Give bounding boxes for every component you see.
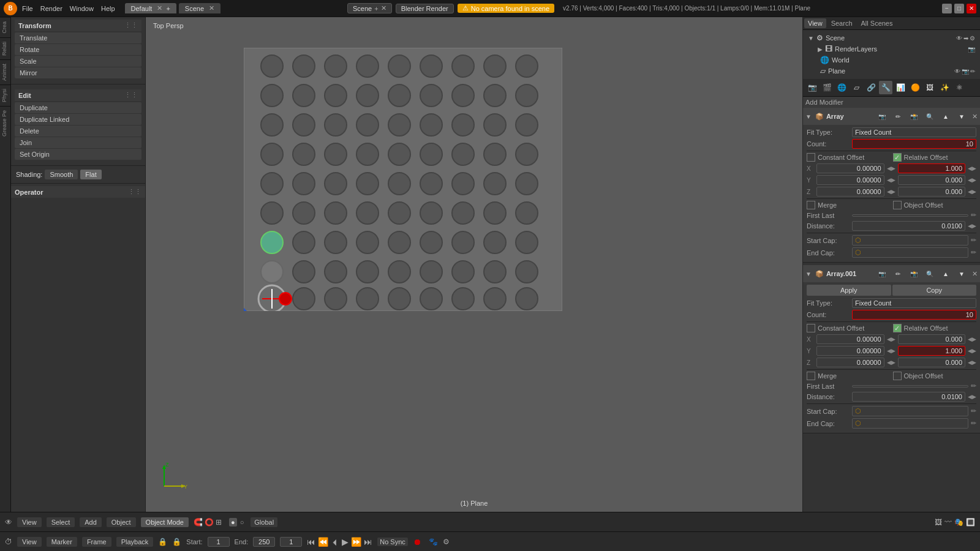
tree-plane[interactable]: ▱ Plane 👁 📷 ✏ bbox=[815, 66, 978, 77]
prop-render-icon[interactable]: 📷 bbox=[805, 81, 819, 94]
next-key-btn[interactable]: ⏩ bbox=[351, 537, 361, 547]
mod2-close-icon[interactable]: ✕ bbox=[972, 270, 978, 278]
prop-world-icon[interactable]: 🌐 bbox=[835, 81, 848, 94]
tree-renderlayers[interactable]: ▶ 🎞 RenderLayers 📷 bbox=[815, 43, 978, 54]
render-preview-icon[interactable]: 🖼 bbox=[935, 518, 942, 527]
prop-physics-icon[interactable]: ⚛ bbox=[952, 81, 966, 94]
mod1-z-left[interactable]: 0.00000 bbox=[816, 187, 884, 197]
translate-item[interactable]: Translate bbox=[15, 32, 141, 43]
snap-icon[interactable]: 🧲 bbox=[194, 518, 203, 527]
mod1-render-icon[interactable]: 📷 bbox=[875, 110, 889, 123]
menu-render[interactable]: Render bbox=[40, 5, 62, 12]
tree-world[interactable]: 🌐 World bbox=[815, 54, 978, 66]
mode-selector[interactable]: Object Mode bbox=[141, 517, 189, 527]
render-engine[interactable]: Blender Render bbox=[396, 4, 454, 13]
flat-button[interactable]: Flat bbox=[80, 170, 101, 179]
mod2-firstlast-value[interactable] bbox=[852, 385, 968, 388]
mod2-up-icon[interactable]: ▲ bbox=[939, 267, 952, 280]
mod1-z-right[interactable]: 0.000 bbox=[898, 187, 966, 197]
mod1-x-left[interactable]: 0.00000 bbox=[816, 163, 884, 173]
mod1-startcap-value[interactable]: ⬡ bbox=[852, 235, 968, 246]
timeline-icon[interactable]: ⏱ bbox=[5, 538, 12, 546]
side-tab-relati[interactable]: Relati bbox=[0, 37, 10, 59]
mod2-endcap-edit[interactable]: ✏ bbox=[971, 419, 976, 427]
blender-logo[interactable]: B bbox=[4, 2, 17, 15]
no-camera-warning[interactable]: ⚠ No camera found in scene bbox=[458, 4, 554, 13]
add-menu[interactable]: Add bbox=[80, 517, 102, 527]
side-tab-animat[interactable]: Animat bbox=[0, 59, 10, 84]
prop-particle-icon[interactable]: ✨ bbox=[938, 81, 951, 94]
tab-default[interactable]: Default ✕ + bbox=[125, 3, 176, 13]
prop-constraint-icon[interactable]: 🔗 bbox=[864, 81, 878, 94]
mod2-z-right-arrow[interactable]: ◀▶ bbox=[968, 359, 976, 365]
prop-material-icon[interactable]: 🟠 bbox=[908, 81, 922, 94]
transform-header[interactable]: Transform ⋮⋮ bbox=[15, 20, 141, 31]
join-item[interactable]: Join bbox=[15, 137, 141, 148]
edit-header[interactable]: Edit ⋮⋮ bbox=[15, 89, 141, 101]
mod2-startcap-edit[interactable]: ✏ bbox=[971, 407, 976, 415]
mod1-up-icon[interactable]: ▲ bbox=[939, 110, 952, 123]
viewport[interactable]: Top Persp bbox=[146, 17, 802, 512]
tree-scene[interactable]: ▼ ⚙ Scene 👁 ➡ ⚙ bbox=[805, 32, 978, 43]
tl-playback[interactable]: Playback bbox=[116, 537, 154, 547]
rotate-item[interactable]: Rotate bbox=[15, 44, 141, 55]
delete-item[interactable]: Delete bbox=[15, 126, 141, 137]
mod2-x-right[interactable]: 0.000 bbox=[898, 334, 966, 344]
close-button[interactable]: ✕ bbox=[967, 4, 976, 13]
timeline-extra-1[interactable]: 🐾 bbox=[429, 538, 438, 546]
layer-icon-1[interactable]: ● bbox=[229, 518, 237, 527]
play-btn[interactable]: ▶ bbox=[342, 537, 349, 547]
viewport-icon[interactable]: 👁 bbox=[5, 518, 12, 527]
search-tab[interactable]: Search bbox=[827, 18, 856, 28]
noodle-icon[interactable]: 🎭 bbox=[954, 518, 963, 527]
all-scenes-tab[interactable]: All Scenes bbox=[858, 18, 897, 28]
prop-modifier-icon[interactable]: 🔧 bbox=[879, 81, 892, 94]
mod1-firstlast-icon[interactable]: ✏ bbox=[971, 211, 976, 219]
tab-default-close[interactable]: ✕ bbox=[157, 4, 162, 12]
proportional-icon[interactable]: ⭕ bbox=[205, 518, 214, 527]
menu-file[interactable]: File bbox=[22, 5, 33, 12]
select-menu[interactable]: Select bbox=[47, 517, 75, 527]
view-tab[interactable]: View bbox=[804, 18, 826, 28]
prop-data-icon[interactable]: 📊 bbox=[894, 81, 907, 94]
mod2-objoff-check[interactable] bbox=[893, 372, 902, 380]
scene-plus[interactable]: + bbox=[374, 5, 378, 12]
minimize-button[interactable]: − bbox=[942, 4, 952, 13]
plane-render[interactable]: 📷 bbox=[962, 68, 969, 75]
side-tab-grease[interactable]: Grease Pe bbox=[0, 106, 10, 140]
pivot-selector[interactable]: Global bbox=[251, 517, 277, 527]
mod2-y-right[interactable]: 1.000 bbox=[898, 346, 966, 356]
mod2-edit-icon[interactable]: ✏ bbox=[891, 267, 905, 280]
prop-scene-icon[interactable]: 🎬 bbox=[820, 81, 834, 94]
operator-header[interactable]: Operator ⋮⋮ bbox=[11, 186, 145, 198]
mod1-objoff-check[interactable] bbox=[893, 201, 902, 209]
prop-texture-icon[interactable]: 🖼 bbox=[923, 81, 937, 94]
mod1-const-check[interactable] bbox=[807, 153, 815, 162]
menu-window[interactable]: Window bbox=[70, 5, 94, 12]
prev-frame-btn[interactable]: ⏪ bbox=[318, 537, 328, 547]
mod1-distance-arrow[interactable]: ◀▶ bbox=[968, 223, 976, 229]
maximize-button[interactable]: □ bbox=[954, 4, 964, 13]
jump-start-btn[interactable]: ⏮ bbox=[307, 537, 315, 547]
overlay-icon[interactable]: 🔳 bbox=[966, 518, 975, 527]
mod2-expand-icon[interactable]: 🔍 bbox=[923, 267, 937, 280]
mod2-const-check[interactable] bbox=[807, 324, 815, 332]
mod2-firstlast-icon[interactable]: ✏ bbox=[971, 382, 976, 390]
mod2-x-right-arrow[interactable]: ◀▶ bbox=[968, 336, 976, 342]
plane-edit[interactable]: ✏ bbox=[970, 68, 975, 75]
mod1-x-right-arrow[interactable]: ◀▶ bbox=[968, 165, 976, 171]
grid-icon[interactable]: ⊞ bbox=[216, 518, 222, 527]
scene-action-1[interactable]: 👁 bbox=[956, 35, 962, 42]
mod2-y-arrow[interactable]: ◀▶ bbox=[887, 348, 895, 354]
mod2-fittype-value[interactable]: Fixed Count bbox=[852, 298, 976, 308]
set-origin-item[interactable]: Set Origin bbox=[15, 149, 141, 160]
end-frame-input[interactable] bbox=[253, 537, 275, 547]
mod1-fittype-value[interactable]: Fixed Count bbox=[852, 127, 976, 137]
mod1-merge-check[interactable] bbox=[807, 201, 815, 209]
prev-key-btn[interactable]: ⏴ bbox=[331, 537, 339, 547]
mod1-firstlast-value[interactable] bbox=[852, 214, 968, 217]
mod1-endcap-value[interactable]: ⬡ bbox=[852, 247, 968, 258]
mod2-startcap-value[interactable]: ⬡ bbox=[852, 406, 968, 416]
mod1-x-right[interactable]: 1.000 bbox=[898, 163, 966, 173]
prop-object-icon[interactable]: ▱ bbox=[850, 81, 863, 94]
